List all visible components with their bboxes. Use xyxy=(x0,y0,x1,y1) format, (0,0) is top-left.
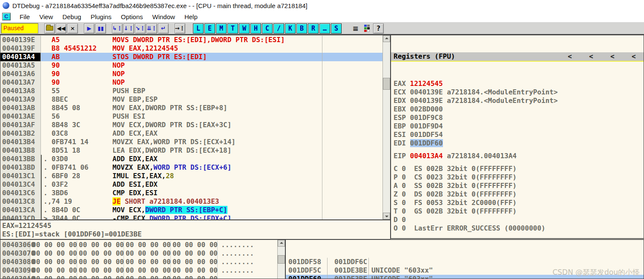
dump-row[interactable]: 004030A000 00 00 0000 00 00 0000 00 00 0… xyxy=(0,275,277,279)
dump-scrollbar[interactable] xyxy=(277,240,285,279)
animate-over-button[interactable]: ⇊⋮ xyxy=(147,23,157,34)
collapse-arrow-icon[interactable]: < xyxy=(568,52,573,61)
disasm-row[interactable]: 004013A98BECMOV EBP,ESP xyxy=(0,95,382,104)
windows-list-button[interactable]: ≡ xyxy=(350,23,361,34)
register-row[interactable]: EBP 001DF9D4 xyxy=(394,122,644,131)
disasm-row[interactable]: 0040139FB8 45451212MOV EAX,12124545 xyxy=(0,44,382,53)
registers-pane[interactable]: Registers (FPU) <<<< EAX 12124545ECX 004… xyxy=(391,35,644,239)
menu-window[interactable]: Window xyxy=(148,12,180,22)
folder-icon xyxy=(46,26,53,31)
menu-help[interactable]: Help xyxy=(180,12,202,22)
view-button-T[interactable]: T xyxy=(227,23,238,34)
disasm-row[interactable]: 004013C1.6BF0 28IMUL ESI,EAX,28 xyxy=(0,172,382,180)
disasm-row[interactable]: 004013A690NOP xyxy=(0,70,382,78)
mdi-system-menu-icon[interactable]: C xyxy=(2,13,11,20)
register-row[interactable]: T 0 GS 002B 32bit 0(FFFFFFFF) xyxy=(394,207,644,216)
disasm-row[interactable]: 004013AF8B48 3CMOV ECX,DWORD PTR DS:[EAX… xyxy=(0,121,382,129)
dump-row[interactable]: 0040306000 00 00 0000 00 00 0000 00 00 0… xyxy=(0,241,277,249)
pause-button[interactable]: ▮▮ xyxy=(95,23,106,34)
view-button-W[interactable]: W xyxy=(239,23,250,34)
scrollbar-thumb[interactable] xyxy=(278,255,285,264)
view-button-H[interactable]: H xyxy=(250,23,261,34)
restart-button[interactable]: ◀◀ xyxy=(56,23,66,34)
info-pane[interactable]: EAX=12124545ES:[EDI]=stack [001DDF60]=00… xyxy=(0,220,391,239)
register-row[interactable]: EBX 002BD000 xyxy=(394,105,644,114)
register-row[interactable]: EIP 004013A4 a7218184.004013A4 xyxy=(394,152,644,160)
app-icon xyxy=(3,2,9,9)
open-file-button[interactable] xyxy=(44,23,55,34)
disasm-row[interactable]: 004013C8.,74 19JE SHORT a7218184.004013E… xyxy=(0,197,382,206)
register-row[interactable]: D 0 xyxy=(394,216,644,224)
view-button-S[interactable]: S xyxy=(331,23,342,34)
scroll-up-icon[interactable] xyxy=(383,35,390,42)
register-row[interactable]: Z 0 DS 002B 32bit 0(FFFFFFFF) xyxy=(394,190,644,199)
disasm-row[interactable]: 004013BD.0FB741 06MOVZX EAX,WORD PTR DS:… xyxy=(0,163,382,172)
disasm-row[interactable]: 004013BB.03D0ADD EDX,EAX xyxy=(0,155,382,163)
view-button-/[interactable]: / xyxy=(273,23,284,34)
view-button-B[interactable]: B xyxy=(296,23,307,34)
view-button-L[interactable]: L xyxy=(193,23,204,34)
scroll-down-icon[interactable] xyxy=(383,213,390,219)
register-row[interactable]: S 0 FS 0053 32bit 2C0000(FFF) xyxy=(394,199,644,207)
disassembly-scrollbar[interactable] xyxy=(382,35,390,219)
scrollbar-thumb[interactable] xyxy=(383,78,390,90)
stack-row[interactable]: 001DDF58001DDF6C xyxy=(286,258,644,266)
dump-row[interactable]: 0040308000 00 00 0000 00 00 0000 00 00 0… xyxy=(0,258,277,266)
view-button-K[interactable]: K xyxy=(285,23,296,34)
register-row[interactable]: EDI 001DDF60 xyxy=(394,139,644,148)
register-row[interactable]: C 0 ES 002B 32bit 0(FFFFFFFF) xyxy=(394,165,644,173)
help-button[interactable]: ? xyxy=(373,23,384,34)
dump-row[interactable]: 0040309000 00 00 0000 00 00 0000 00 00 0… xyxy=(0,266,277,275)
disasm-row[interactable]: 004013A590NOP xyxy=(0,61,382,70)
register-row[interactable]: EAX 12124545 xyxy=(394,80,644,88)
disasm-row[interactable]: 004013AE56PUSH ESI xyxy=(0,112,382,121)
toolbar-buttons: ◀◀×▶▮▮↳⋮↓⋮↘⋮⇊⋮↵→⋮ xyxy=(44,23,186,34)
close-button[interactable]: × xyxy=(67,23,78,34)
menu-options[interactable]: Options xyxy=(116,12,148,22)
appearance-button[interactable] xyxy=(362,23,372,34)
menu-plugins[interactable]: Plugins xyxy=(86,12,116,22)
cpu-window: 0040139EA5MOVS DWORD PTR ES:[EDI],DWORD … xyxy=(0,35,644,279)
register-row[interactable]: ECX 0040139E a7218184.<ModuleEntryPoint> xyxy=(394,88,644,97)
disasm-row[interactable]: 004013C4.03F2ADD ESI,EDX xyxy=(0,180,382,189)
register-row[interactable]: P 0 CS 0023 32bit 0(FFFFFFFF) xyxy=(394,173,644,182)
disasm-row[interactable]: 004013B203C8ADD ECX,EAX xyxy=(0,129,382,138)
view-button-M[interactable]: M xyxy=(216,23,227,34)
disasm-row[interactable]: 0040139EA5MOVS DWORD PTR ES:[EDI],DWORD … xyxy=(0,36,382,44)
register-row[interactable]: ESI 001DDF54 xyxy=(394,131,644,139)
dump-row[interactable]: 0040307000 00 00 0000 00 00 0000 00 00 0… xyxy=(0,249,277,258)
menu-file[interactable]: File xyxy=(15,12,34,22)
scroll-up-icon[interactable] xyxy=(278,240,285,247)
view-button-R[interactable]: R xyxy=(308,23,319,34)
disasm-row[interactable]: 004013B88D51 18LEA EDX,DWORD PTR DS:[ECX… xyxy=(0,146,382,155)
view-button-C[interactable]: C xyxy=(262,23,273,34)
disasm-row[interactable]: 004013A855PUSH EBP xyxy=(0,87,382,95)
disasm-row[interactable]: 004013A4ABSTOS DWORD PTR ES:[EDI] xyxy=(0,53,382,61)
menu-view[interactable]: View xyxy=(34,12,58,22)
menu-debug[interactable]: Debug xyxy=(58,12,86,22)
disasm-row[interactable]: 004013CD>3B4A 0C-CMP ECX,DWORD PTR DS:[E… xyxy=(0,214,382,220)
run-button[interactable]: ▶ xyxy=(84,23,95,34)
register-row[interactable]: EFL 00000202 (NO,NB,NE,A,NS,PO,GE,G) xyxy=(394,237,644,239)
collapse-arrow-icon[interactable]: < xyxy=(610,52,615,61)
view-button-…[interactable]: … xyxy=(319,23,330,34)
disasm-row[interactable]: 004013AB8B45 08MOV EAX,DWORD PTR SS:[EBP… xyxy=(0,104,382,112)
register-row[interactable]: ESP 001DF9C8 xyxy=(394,114,644,122)
view-button-E[interactable]: E xyxy=(204,23,215,34)
disasm-row[interactable]: 004013C6.3BD6CMP EDX,ESI xyxy=(0,189,382,197)
register-row[interactable]: O 0 LastErr ERROR_SUCCESS (00000000) xyxy=(394,224,644,233)
disasm-row[interactable]: 004013A790NOP xyxy=(0,78,382,87)
collapse-arrow-icon[interactable]: < xyxy=(632,52,637,61)
execute-till-user-button[interactable]: →⋮ xyxy=(175,23,185,34)
animate-into-button[interactable]: ↘⋮ xyxy=(135,23,146,34)
hex-dump-pane[interactable]: 0040306000 00 00 0000 00 00 0000 00 00 0… xyxy=(0,239,285,279)
collapse-arrow-icon[interactable]: < xyxy=(589,52,594,61)
step-into-button[interactable]: ↳⋮ xyxy=(112,23,123,34)
execute-till-return-button[interactable]: ↵ xyxy=(158,23,169,34)
register-row[interactable]: EDX 0040139E a7218184.<ModuleEntryPoint> xyxy=(394,97,644,105)
disasm-row[interactable]: 004013CA.8B4D 0CMOV ECX,DWORD PTR SS:[EB… xyxy=(0,206,382,214)
register-row[interactable]: A 0 SS 002B 32bit 0(FFFFFFFF) xyxy=(394,182,644,190)
disassembly-pane[interactable]: 0040139EA5MOVS DWORD PTR ES:[EDI],DWORD … xyxy=(0,35,391,220)
disasm-row[interactable]: 004013B40FB741 14MOVZX EAX,WORD PTR DS:[… xyxy=(0,138,382,146)
step-over-button[interactable]: ↓⋮ xyxy=(124,23,134,34)
